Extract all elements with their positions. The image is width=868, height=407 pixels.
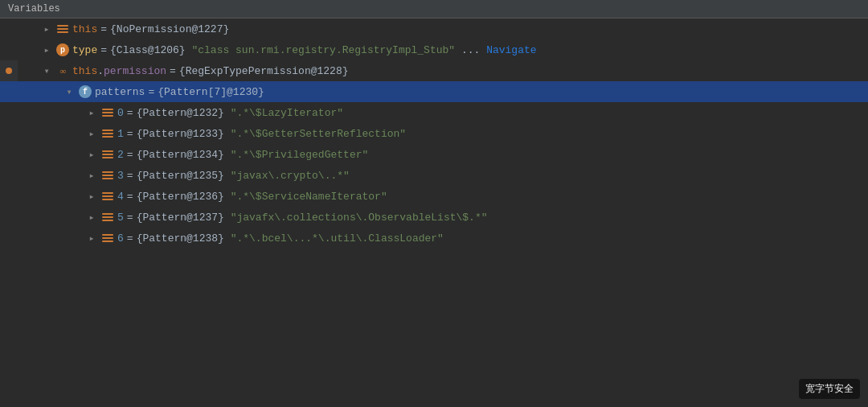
var-eq-type: =: [100, 44, 107, 56]
row-index-5[interactable]: 5 = {Pattern@1237} "javafx\.collections\…: [0, 207, 868, 228]
stack-icon-5: [101, 211, 114, 224]
var-eq-this-permission: =: [170, 65, 176, 77]
row-this-permission[interactable]: ∞ this.permission = {RegExpTypePermissio…: [0, 60, 868, 81]
row-patterns[interactable]: f patterns = {Pattern[7]@1230}: [0, 81, 868, 102]
stack-icon-6: [101, 232, 114, 245]
var-value-type: {Class@1206} "class sun.rmi.registry.Reg…: [110, 44, 537, 56]
var-value-2: {Pattern@1234} ".*\$PrivilegedGetter": [137, 149, 369, 161]
watermark-text: 宽字节安全: [805, 383, 854, 394]
arrow-patterns[interactable]: [63, 85, 76, 98]
var-name-1: 1: [117, 128, 124, 140]
var-value-3: {Pattern@1235} "javax\.crypto\..*": [137, 170, 350, 182]
navigate-link-type[interactable]: Navigate: [486, 44, 536, 56]
var-eq-this: =: [100, 23, 107, 35]
var-value-patterns: {Pattern[7]@1230}: [158, 86, 264, 98]
arrow-5[interactable]: [85, 211, 98, 224]
var-eq-3: =: [127, 170, 133, 182]
var-name-0: 0: [117, 107, 124, 119]
arrow-2[interactable]: [85, 148, 98, 161]
var-value-this: {NoPermission@1227}: [110, 23, 229, 35]
var-name-6: 6: [117, 232, 124, 245]
row-index-3[interactable]: 3 = {Pattern@1235} "javax\.crypto\..*": [0, 165, 868, 186]
stack-icon-2: [101, 148, 114, 161]
var-name-patterns: patterns: [95, 86, 145, 98]
var-name-this: this: [72, 23, 97, 35]
var-eq-2: =: [127, 149, 133, 161]
row-this[interactable]: this = {NoPermission@1227}: [0, 18, 868, 39]
var-name-5: 5: [117, 212, 124, 224]
variables-panel: Variables this = {NoPermission@1227}: [0, 0, 868, 407]
var-eq-4: =: [127, 191, 133, 203]
arrow-4[interactable]: [85, 190, 98, 203]
stack-icon-0: [101, 106, 114, 119]
badge-p-icon: p: [56, 43, 69, 56]
arrow-type[interactable]: [40, 43, 53, 56]
var-name-3: 3: [117, 170, 124, 182]
badge-f-icon: f: [79, 85, 92, 98]
var-value-6: {Pattern@1238} ".*\.bcel\...*\.util\.Cla…: [137, 232, 444, 245]
var-eq-1: =: [127, 128, 133, 140]
row-index-2[interactable]: 2 = {Pattern@1234} ".*\$PrivilegedGetter…: [0, 144, 868, 165]
row-index-4[interactable]: 4 = {Pattern@1236} ".*\$ServiceNameItera…: [0, 186, 868, 207]
var-value-5: {Pattern@1237} "javafx\.collections\.Obs…: [137, 212, 488, 224]
var-value-4: {Pattern@1236} ".*\$ServiceNameIterator": [137, 191, 387, 203]
var-eq-6: =: [127, 232, 133, 245]
arrow-this[interactable]: [40, 23, 53, 35]
var-name-this-permission: this.permission: [72, 65, 166, 77]
var-eq-5: =: [127, 212, 133, 224]
row-type[interactable]: p type = {Class@1206} "class sun.rmi.reg…: [0, 39, 868, 60]
var-value-this-permission: {RegExpTypePermission@1228}: [179, 65, 349, 77]
panel-title: Variables: [8, 3, 60, 14]
var-name-2: 2: [117, 149, 124, 161]
panel-header: Variables: [0, 0, 868, 18]
row-index-6[interactable]: 6 = {Pattern@1238} ".*\.bcel\...*\.util\…: [0, 228, 868, 249]
arrow-0[interactable]: [85, 106, 98, 119]
var-eq-0: =: [127, 107, 133, 119]
stack-icon-3: [101, 169, 114, 182]
stack-icon-4: [101, 190, 114, 203]
oo-icon: ∞: [56, 64, 69, 77]
watermark: 宽字节安全: [799, 379, 860, 399]
row-index-1[interactable]: 1 = {Pattern@1233} ".*\$GetterSetterRefl…: [0, 123, 868, 144]
variables-list: this = {NoPermission@1227} p type = {Cla…: [0, 18, 868, 407]
arrow-6[interactable]: [85, 232, 98, 245]
var-name-type: type: [72, 44, 97, 56]
var-value-0: {Pattern@1232} ".*\$LazyIterator": [137, 107, 343, 119]
var-eq-patterns: =: [148, 86, 154, 98]
stack-icon-this: [56, 23, 69, 35]
var-name-4: 4: [117, 191, 124, 203]
arrow-3[interactable]: [85, 169, 98, 182]
arrow-1[interactable]: [85, 127, 98, 140]
arrow-this-permission[interactable]: [40, 64, 53, 77]
var-value-1: {Pattern@1233} ".*\$GetterSetterReflecti…: [137, 128, 406, 140]
row-index-0[interactable]: 0 = {Pattern@1232} ".*\$LazyIterator": [0, 102, 868, 123]
stack-icon-1: [101, 127, 114, 140]
